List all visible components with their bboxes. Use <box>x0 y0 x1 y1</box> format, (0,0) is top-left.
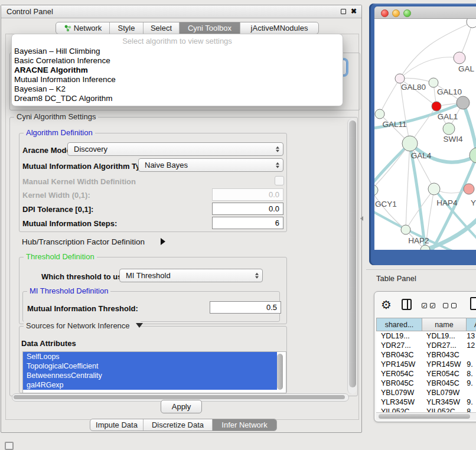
select-all-checkbox-icon[interactable]: ✓ <box>422 303 427 308</box>
expander-expanded-icon[interactable] <box>136 323 143 328</box>
dropdown-item[interactable]: Mutual Information Inference <box>12 75 343 84</box>
settings-vscrollbar-thumb[interactable] <box>349 120 356 387</box>
node[interactable] <box>420 245 430 250</box>
mi-algorithm-type-combo[interactable]: Naive Bayes <box>138 158 283 172</box>
minimize-traffic-light[interactable] <box>392 9 400 17</box>
columns-icon[interactable] <box>402 299 412 310</box>
manual-kernel-width-checkbox[interactable] <box>275 176 284 185</box>
dropdown-item[interactable]: Bayesian – K2 <box>12 84 343 94</box>
node-swi4[interactable] <box>443 123 455 135</box>
expander-collapsed-icon[interactable] <box>161 238 165 245</box>
tab-infer-network[interactable]: Infer Network <box>213 419 276 431</box>
network-canvas[interactable]: GAL GAL80 GAL10 GAL1 GAL11 GAL4 SWI4 GCY… <box>374 19 476 250</box>
table-row[interactable]: YDL19... YDL19... 13 <box>376 331 476 341</box>
apply-button[interactable]: Apply <box>161 400 202 413</box>
data-attributes-label: Data Attributes <box>21 339 76 348</box>
data-attributes-list[interactable]: SelfLoops TopologicalCoefficient Between… <box>22 351 286 393</box>
node-gal4[interactable] <box>402 136 418 151</box>
aracne-mode-combo[interactable]: Discovery <box>67 142 283 156</box>
node-gcy1[interactable] <box>374 185 378 195</box>
close-window-icon[interactable]: ✖ <box>351 7 357 15</box>
table-row[interactable]: YBR043C YBR043C <box>376 350 476 360</box>
node-gal80[interactable] <box>395 74 405 83</box>
cell: YPR145W <box>376 360 422 369</box>
dpi-tolerance-field[interactable] <box>212 203 283 215</box>
select-all-checkbox-icon[interactable]: ✓ <box>430 303 435 308</box>
table-hscrollbar[interactable] <box>376 412 476 420</box>
column-header-shared-name[interactable]: shared... <box>376 318 422 331</box>
tab-cyni-toolbox[interactable]: Cyni Toolbox <box>180 22 240 34</box>
control-panel-titlebar[interactable]: Control Panel <box>1 5 361 18</box>
column-header-clipped[interactable]: A <box>467 318 476 331</box>
mi-steps-field[interactable] <box>212 217 283 229</box>
node-red-gal1[interactable] <box>432 102 441 111</box>
tab-discretize-data[interactable]: Discretize Data <box>144 419 213 431</box>
tab-impute-data-label: Impute Data <box>96 420 138 429</box>
attribute-item-selected[interactable]: SelfLoops <box>23 352 277 361</box>
node[interactable] <box>467 19 476 28</box>
cell: YDL19... <box>422 331 465 341</box>
table-row[interactable]: YER054C YER054C 8. <box>376 369 476 379</box>
tab-jactivemnodules[interactable]: jActiveMNodules <box>240 22 318 34</box>
node-label: GAL10 <box>437 87 462 96</box>
node-hap4[interactable] <box>428 183 440 195</box>
panel-divider-handle[interactable] <box>360 216 363 221</box>
minimized-panel-icon[interactable] <box>5 442 14 450</box>
tab-style[interactable]: Style <box>110 22 144 34</box>
cell: 8. <box>465 369 476 379</box>
mi-threshold-definition-title: MI Threshold Definition <box>27 286 110 295</box>
node-label: HAP2 <box>408 236 429 245</box>
cell: YLR345W <box>376 397 422 407</box>
which-threshold-combo[interactable]: MI Threshold <box>119 269 263 282</box>
table-row[interactable]: YPR145W YPR145W 9. <box>376 360 476 369</box>
tab-style-label: Style <box>118 24 135 32</box>
deselect-checkbox-icon[interactable] <box>443 303 448 308</box>
kernel-width-field[interactable] <box>212 188 283 201</box>
close-traffic-light[interactable] <box>381 9 389 17</box>
table-row[interactable]: YBR045C YBR045C 9. <box>376 379 476 388</box>
node-hap2[interactable] <box>401 225 410 234</box>
cell: YER054C <box>422 369 465 379</box>
attribute-item-selected[interactable]: gal4RGexp <box>23 380 277 390</box>
node-gal7[interactable] <box>454 52 465 64</box>
edge <box>434 189 476 239</box>
table-row[interactable]: YBL079W YBL079W <box>376 388 476 397</box>
node-gal10[interactable] <box>429 78 438 87</box>
settings-hscrollbar-thumb[interactable] <box>14 395 345 399</box>
zoom-traffic-light[interactable] <box>403 9 411 17</box>
tab-network[interactable]: Network <box>56 22 110 34</box>
attribute-item-selected[interactable]: TopologicalCoefficient <box>23 361 277 371</box>
float-window-icon[interactable] <box>341 9 346 14</box>
dropdown-item[interactable]: Basic Correlation Inference <box>12 56 343 66</box>
node-table[interactable]: YDL19... YDL19... 13 YDR27... YDR27... 1… <box>376 331 476 412</box>
node[interactable] <box>470 148 476 163</box>
deselect-checkbox-icon[interactable] <box>451 303 457 308</box>
network-window-titlebar[interactable] <box>374 6 476 19</box>
threshold-definition-title: Threshold Definition <box>24 252 97 261</box>
cell: YDR27... <box>376 341 422 350</box>
table-hscrollbar-thumb[interactable] <box>379 414 470 419</box>
dropdown-item[interactable]: Dream8 DC_TDC Algorithm <box>12 94 343 103</box>
attribute-item-selected[interactable]: BetweennessCentrality <box>23 371 277 380</box>
dropdown-item-aracne[interactable]: ARACNE Algorithm <box>12 66 343 75</box>
gear-icon[interactable]: ⚙ <box>381 298 392 312</box>
dropdown-prompt: Select algorithm to view settings <box>12 36 343 47</box>
cyni-algorithm-settings-title: Cyni Algorithm Settings <box>14 112 98 121</box>
node-salmon[interactable] <box>464 184 474 194</box>
tab-select[interactable]: Select <box>144 22 180 34</box>
settings-vscrollbar[interactable] <box>347 119 357 394</box>
table-row[interactable]: YDR27... YDR27... 12 <box>376 341 476 350</box>
node-gray[interactable] <box>457 96 470 109</box>
table-row[interactable]: YLR345W YLR345W 9. <box>376 397 476 407</box>
column-header-name[interactable]: name <box>422 318 467 331</box>
attributes-scrollbar-thumb[interactable] <box>277 354 283 390</box>
table-row[interactable]: YIL052C YIL052C 8 <box>376 407 476 412</box>
document-icon[interactable] <box>470 297 476 310</box>
node-label: HAP4 <box>436 198 457 207</box>
tab-impute-data[interactable]: Impute Data <box>90 419 144 431</box>
cell <box>465 388 476 397</box>
node-gal11[interactable] <box>375 109 384 119</box>
cyni-bottom-tabbar: Impute Data Discretize Data Infer Networ… <box>90 419 277 431</box>
dropdown-item[interactable]: Bayesian – Hill Climbing <box>12 47 343 56</box>
mi-threshold-field[interactable] <box>210 301 281 314</box>
